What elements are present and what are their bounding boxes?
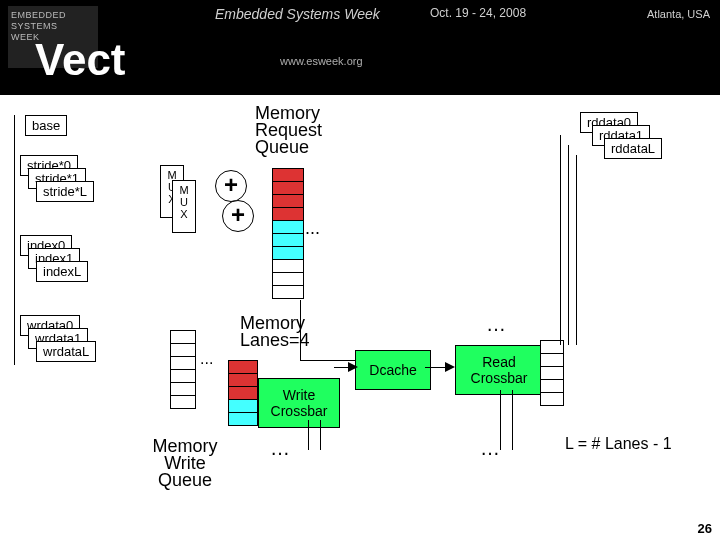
wxbar-drop-0 [308, 420, 309, 450]
input-strideL: stride*L [36, 181, 94, 202]
write-crossbar-queue [228, 360, 258, 426]
input-wrdataL: wrdataL [36, 341, 96, 362]
wr-lane-queue [170, 330, 196, 409]
adder-0: + [215, 170, 247, 202]
adder-1: + [222, 200, 254, 232]
ellipsis-wrlane: ... [200, 350, 213, 367]
mwq-label: Memory Write Queue [140, 438, 230, 489]
input-bus-line [14, 115, 15, 365]
output-rddataL: rddataL [604, 138, 662, 159]
header-url: www.esweek.org [280, 55, 363, 67]
ellipsis-read: … [486, 316, 506, 333]
ellipsis-addr: ... [305, 220, 320, 237]
rd-bus-0 [560, 135, 561, 345]
header-date: Oct. 19 - 24, 2008 [430, 6, 526, 20]
page-number: 26 [698, 521, 712, 536]
write-crossbar: Write Crossbar [258, 378, 340, 428]
header-title: Embedded Systems Week [215, 6, 380, 22]
input-indexL: indexL [36, 261, 88, 282]
rxbar-drop-0 [500, 390, 501, 450]
dcache: Dcache [355, 350, 431, 390]
header-banner: EMBEDDED SYSTEMS WEEK Embedded Systems W… [0, 0, 720, 95]
arrow-to-dcache [348, 362, 358, 372]
slide-title-partial: Vect [35, 35, 126, 85]
wxbar-drop-1 [320, 420, 321, 450]
lanes-eqn: L = # Lanes - 1 [565, 435, 672, 452]
logo-line1: EMBEDDED [11, 10, 66, 20]
lane-wire-0 [300, 300, 301, 360]
lane-wire-0h [300, 360, 355, 361]
header-right: Atlanta, USA [647, 8, 710, 20]
ellipsis-bottom-left: … [270, 440, 290, 457]
rxbar-drop-1 [512, 390, 513, 450]
ellipsis-bottom-right: … [480, 440, 500, 457]
arrow-from-dcache [445, 362, 455, 372]
rd-bus-2 [576, 155, 577, 345]
read-crossbar: Read Crossbar [455, 345, 543, 395]
input-base: base [25, 115, 67, 136]
memory-request-queue [272, 168, 304, 299]
mrq-label: Memory Request Queue [255, 105, 322, 156]
read-output-queue [540, 340, 564, 406]
mux-1: M U X [172, 180, 196, 233]
logo-line2: SYSTEMS [11, 21, 58, 31]
rd-bus-1 [568, 145, 569, 345]
